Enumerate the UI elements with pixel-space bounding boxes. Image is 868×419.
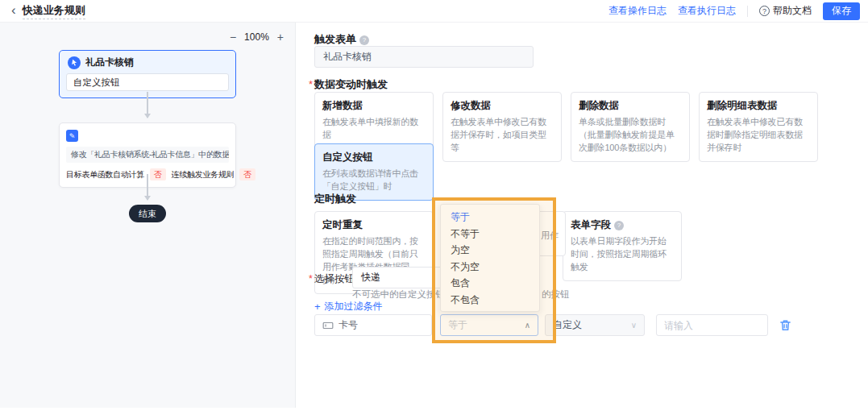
zoom-in-button[interactable]: + (277, 31, 284, 44)
card-delete-data[interactable]: 删除数据 单条或批量删除数据时（批量删除触发前提是单次删除100条数据以内） (571, 92, 690, 162)
card-form-field[interactable]: 表单字段? 以表单日期字段作为开始时间，按照指定周期循环触发 (563, 211, 682, 281)
action-node-summary: 修改「礼品卡核销系统-礼品卡信息」中的数据 (66, 147, 229, 163)
dropdown-option-not-equals[interactable]: 不等于 (441, 226, 539, 243)
data-change-label: *数据变动时触发 (309, 77, 388, 92)
flag-badge: 否 (239, 168, 255, 180)
trigger-form-input[interactable]: 礼品卡核销 (314, 46, 534, 68)
save-button[interactable]: 保存 (823, 2, 860, 20)
input-field-icon (322, 320, 334, 331)
view-operation-log-link[interactable]: 查看操作日志 (608, 4, 667, 18)
required-mark: * (309, 78, 313, 90)
card-title: 删除数据 (579, 99, 682, 113)
trigger-node-button-label: 自定义按钮 (66, 73, 229, 91)
page-title[interactable]: 快递业务规则 (23, 3, 85, 19)
card-title: 新增数据 (322, 99, 426, 113)
help-doc-label: 帮助文档 (773, 4, 812, 18)
card-modify-data[interactable]: 修改数据 在触发表单中修改已有数据并保存时，如项目类型等 (442, 92, 562, 162)
config-panel: 触发表单? 礼品卡核销 *数据变动时触发 新增数据 在触发表单中填报新的数据 修… (296, 23, 868, 419)
helper-text-suffix: 的按钮 (542, 288, 570, 301)
flow-arrow (147, 92, 148, 118)
filter-operator-select[interactable]: 等于 ∧ (440, 314, 538, 336)
question-icon: ? (759, 6, 770, 16)
add-filter-label: 添加过滤条件 (325, 300, 383, 313)
info-icon: ? (359, 35, 369, 45)
filter-value-mode-select[interactable]: 自定义 ∨ (545, 314, 645, 336)
card-title: 定时重复 (322, 218, 426, 232)
dropdown-option-contains[interactable]: 包含 (441, 275, 539, 292)
dropdown-option-equals[interactable]: 等于 (441, 209, 539, 226)
chevron-down-icon: ∨ (631, 321, 637, 330)
chevron-up-icon: ∧ (525, 321, 530, 330)
card-title: 表单字段? (571, 218, 674, 232)
dropdown-option-is-empty[interactable]: 为空 (441, 242, 539, 259)
operator-dropdown-menu: 等于 不等于 为空 不为空 包含 不包含 (440, 204, 540, 312)
dropdown-option-not-empty[interactable]: 不为空 (441, 259, 539, 276)
card-title: 自定义按钮 (322, 151, 426, 164)
page: ‹ 快递业务规则 查看操作日志 查看执行日志 ? 帮助文档 保存 − 100% … (0, 0, 868, 419)
card-title: 删除明细表数据 (707, 99, 810, 113)
help-doc-link[interactable]: ? 帮助文档 (759, 4, 812, 18)
zoom-level: 100% (244, 31, 269, 43)
card-title: 修改数据 (451, 99, 554, 113)
card-desc: 以表单日期字段作为开始时间，按照指定周期循环触发 (571, 235, 674, 274)
mode-value: 自定义 (553, 318, 582, 332)
select-button-label: *选择按钮: (309, 272, 357, 286)
filter-value-input[interactable] (656, 314, 768, 336)
view-execution-log-link[interactable]: 查看执行日志 (678, 4, 736, 18)
card-desc: 在触发表单中修改已有数据时删除指定明细表数据并保存时 (707, 116, 810, 155)
custom-button-trigger-icon (68, 56, 81, 69)
dropdown-option-not-contains[interactable]: 不包含 (441, 292, 539, 309)
trigger-node-title: 礼品卡核销 (85, 56, 134, 69)
top-bar: ‹ 快递业务规则 查看操作日志 查看执行日志 ? 帮助文档 保存 (0, 0, 868, 23)
trigger-form-label: 触发表单? (314, 32, 369, 47)
required-mark: * (309, 273, 313, 284)
zoom-out-button[interactable]: − (230, 31, 236, 44)
card-desc: 单条或批量删除数据时（批量删除触发前提是单次删除100条数据以内） (579, 116, 682, 155)
flag-label: 连续触发业务规则 (172, 169, 235, 180)
operator-placeholder: 等于 (448, 318, 467, 332)
info-icon: ? (614, 221, 624, 230)
trash-icon[interactable] (779, 318, 792, 332)
card-desc: 在触发表单中修改已有数据并保存时，如项目类型等 (451, 116, 554, 155)
filter-field-select[interactable]: 卡号 (314, 314, 432, 336)
zoom-controls: − 100% + (230, 31, 284, 44)
add-filter-link[interactable]: + 添加过滤条件 (314, 300, 383, 313)
plus-icon: + (314, 301, 321, 313)
header-divider (747, 6, 748, 17)
trigger-node[interactable]: 礼品卡核销 自定义按钮 (59, 50, 236, 98)
flow-canvas[interactable]: − 100% + 礼品卡核销 自定义按钮 ✎ 修改「礼品卡核销系统-礼品卡信息」… (0, 23, 296, 408)
card-desc: 在触发表单中填报新的数据 (322, 116, 426, 142)
timed-trigger-label: 定时触发 (314, 192, 356, 206)
filter-field-value: 卡号 (338, 318, 358, 332)
card-desc: 在列表或数据详情中点击「自定义按钮」时 (322, 168, 426, 193)
edit-icon: ✎ (66, 130, 78, 142)
end-node[interactable]: 结束 (129, 205, 166, 222)
card-desc-fragment: 用作 (541, 230, 559, 242)
flag-label: 目标表单函数自动计算 (66, 169, 144, 180)
flag-badge: 否 (150, 168, 166, 180)
card-delete-detail-data[interactable]: 删除明细表数据 在触发表单中修改已有数据时删除指定明细表数据并保存时 (699, 92, 818, 162)
flow-arrow (147, 174, 148, 200)
back-icon[interactable]: ‹ (11, 3, 16, 17)
